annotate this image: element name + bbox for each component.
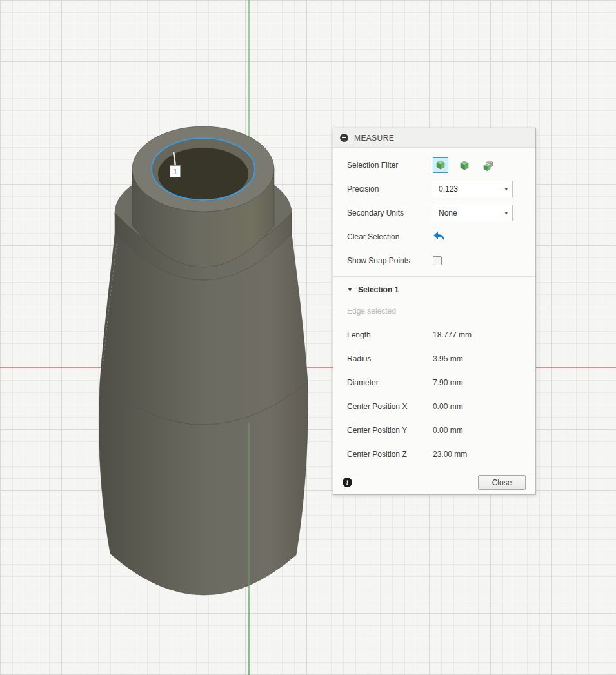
measurement-value: 23.00 mm [433,450,467,459]
filter-faces-button[interactable] [433,157,448,173]
selection-section-title: Selection 1 [358,285,399,294]
secondary-units-select[interactable]: None ▾ [433,205,513,221]
precision-select[interactable]: 0.123 ▾ [433,181,513,197]
chevron-down-icon: ▾ [504,186,508,192]
undo-icon [433,231,447,243]
panel-footer: i Close [333,470,535,494]
show-snap-points-checkbox[interactable] [433,256,442,265]
triangle-down-icon: ▼ [347,287,353,293]
measurement-row: Center Position Z 23.00 mm [333,442,535,466]
panel-header[interactable]: MEASURE [333,128,535,148]
measurement-label: Center Position Z [347,450,433,459]
measurement-label: Diameter [347,378,433,387]
clear-selection-row: Clear Selection [333,225,535,248]
panel-body: Selection Filter [333,148,535,494]
selection-status: Edge selected [333,299,535,323]
selection-section-header[interactable]: ▼ Selection 1 [333,280,535,299]
measurement-value: 18.777 mm [433,330,472,339]
selection-filter-label: Selection Filter [347,161,433,170]
info-icon[interactable]: i [343,478,352,487]
measurement-label: Radius [347,354,433,363]
clear-selection-label: Clear Selection [347,232,433,241]
measurement-value: 0.00 mm [433,402,463,411]
close-button[interactable]: Close [478,475,526,490]
filter-faces-icon [435,159,446,171]
measurement-value: 3.95 mm [433,354,463,363]
secondary-units-value: None [439,208,457,217]
filter-bodies-button[interactable] [457,157,472,173]
secondary-units-row: Secondary Units None ▾ [333,201,535,225]
selection-filter-group [433,157,496,173]
selection-filter-row: Selection Filter [333,153,535,177]
measurement-row: Diameter 7.90 mm [333,370,535,394]
measurement-value: 0.00 mm [433,426,463,435]
collapse-icon[interactable] [340,134,348,142]
show-snap-points-row: Show Snap Points [333,248,535,272]
clear-selection-button[interactable] [433,231,447,243]
filter-components-icon [482,159,494,171]
measurement-label: Center Position Y [347,426,433,435]
chevron-down-icon: ▾ [504,210,508,216]
measurement-row: Radius 3.95 mm [333,347,535,370]
3d-model[interactable] [99,126,308,595]
precision-row: Precision 0.123 ▾ [333,177,535,201]
measurement-label: Center Position X [347,402,433,411]
measurement-row: Length 18.777 mm [333,323,535,347]
measurement-value: 7.90 mm [433,378,463,387]
selection-badge: 1 [170,165,181,177]
panel-title: MEASURE [354,134,394,143]
divider [333,276,535,277]
measurement-label: Length [347,330,433,339]
filter-components-button[interactable] [481,157,496,173]
precision-value: 0.123 [439,185,458,194]
precision-label: Precision [347,185,433,194]
filter-bodies-icon [459,159,470,171]
measurement-row: Center Position X 0.00 mm [333,394,535,418]
show-snap-points-label: Show Snap Points [347,256,433,265]
measurement-row: Center Position Y 0.00 mm [333,418,535,442]
measurement-list: Length 18.777 mm Radius 3.95 mm Diameter… [333,323,535,466]
measure-panel: MEASURE Selection Filter [333,128,536,495]
secondary-units-label: Secondary Units [347,208,433,217]
